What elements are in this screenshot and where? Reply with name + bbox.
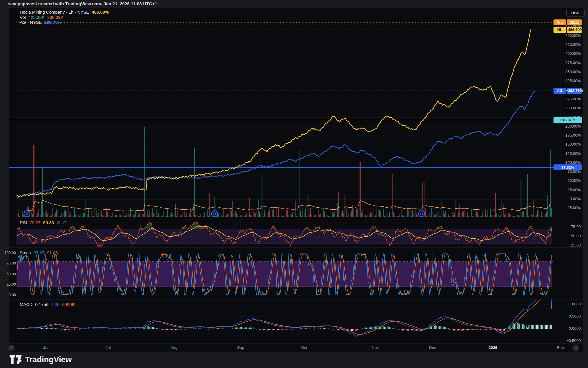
stoch-axis-label: 25.00: [1, 282, 16, 287]
volume-ma-value: 338.09K: [47, 15, 63, 20]
autoscale-button[interactable]: A: [572, 345, 579, 351]
stoch-k-value: 97.67: [33, 250, 44, 255]
rsi-ma-value: 69.30: [43, 220, 54, 225]
macd-line-value: 1.00: [51, 302, 59, 307]
macd-signal-value: 0.8290: [62, 302, 75, 307]
price-axis-label: 0.00%: [570, 197, 581, 201]
volume-value: 425.38K: [28, 15, 45, 20]
price-axis-label: 350.00%: [565, 70, 581, 74]
stoch-d-value: 91.86: [47, 250, 58, 255]
timezone-button[interactable]: Z: [8, 345, 15, 351]
time-axis-label: Feb: [557, 345, 564, 350]
rsi-null-1: ∅: [57, 220, 60, 225]
time-axis-label: Sep: [237, 345, 244, 350]
rsi-null-2: ∅: [63, 220, 67, 225]
tradingview-snapshot: savepiginvest created with TradingView.c…: [0, 0, 588, 368]
time-axis-label: Oct: [301, 345, 307, 350]
macd-axis-label: −0.5000: [567, 338, 581, 343]
stoch-legend[interactable]: Stoch 97.67 91.86: [20, 250, 58, 255]
rsi-axis-label: 75.00: [571, 224, 581, 229]
rsi-value: 79.27: [30, 220, 41, 225]
rsi-legend[interactable]: RSI 79.27 69.30 ∅ ∅: [20, 220, 67, 225]
price-axis-label: 450.00%: [565, 33, 581, 38]
price-axis-label: −25.00%: [565, 206, 581, 210]
volume-label: Vol: [20, 15, 26, 20]
macd-label: MACD: [20, 302, 32, 307]
macd-hist-value: 0.1756: [35, 302, 48, 307]
time-axis-label: Jun: [43, 345, 50, 350]
alert-badge-87: 87.52%: [553, 164, 582, 170]
price-axis-label: 250.00%: [565, 106, 581, 110]
price-axis-label: 50.00%: [567, 178, 581, 183]
compare-change: 298.76%: [44, 20, 61, 25]
symbol-legend[interactable]: Hecla Mining Company · 1h · NYSE 466.60%: [20, 10, 109, 14]
volume-legend[interactable]: Vol 425.38K 338.09K: [20, 15, 63, 20]
tradingview-logo-icon: [10, 355, 22, 364]
hl-last-badge-value: +466.60%: [567, 27, 582, 33]
tradingview-logo[interactable]: TradingView: [10, 355, 72, 364]
time-axis-label: Aug: [170, 345, 177, 350]
price-axis-label: 275.00%: [565, 97, 581, 101]
time-axis-label: Dec: [429, 345, 436, 350]
rsi-axis-label: 25.00: [571, 243, 581, 247]
stoch-label: Stoch: [20, 250, 31, 255]
rsi-label: RSI: [20, 220, 27, 225]
macd-legend[interactable]: MACD 0.1756 1.00 0.8290: [20, 302, 75, 307]
stoch-axis-label: 50.00: [1, 272, 16, 276]
price-axis-label: 25.00%: [567, 188, 581, 192]
time-axis-label: 2026: [489, 345, 497, 350]
macd-axis-label: 0.0000: [569, 326, 581, 331]
price-axis-label: 100.00%: [565, 160, 581, 165]
price-axis-label: 200.00%: [565, 124, 581, 128]
ag-last-badge-value: +298.76%: [567, 88, 582, 94]
macd-axis-label: 1.0000: [569, 302, 581, 306]
currency-button[interactable]: USD: [566, 9, 585, 17]
time-axis-label: Jul: [106, 345, 110, 350]
price-axis-label: 125.00%: [565, 151, 581, 156]
rsi-axis-label: 50.00: [571, 234, 581, 238]
price-axis-label: 425.00%: [565, 42, 581, 47]
stoch-axis-label: 75.00: [1, 261, 16, 265]
stoch-axis-label: 0.00: [1, 293, 16, 297]
hl-last-badge-label: HL: [553, 27, 566, 33]
price-axis-label: 175.00%: [565, 133, 581, 137]
price-axis-label: 325.00%: [565, 79, 581, 83]
pre-badge-label: Pre: [553, 19, 566, 25]
macd-axis-label: 0.5000: [569, 314, 581, 318]
time-axis-label: Nov: [372, 345, 379, 350]
tradingview-logo-text: TradingView: [25, 355, 72, 364]
stoch-axis-label: 100.00: [1, 251, 16, 255]
price-axis-label: 150.00%: [565, 142, 581, 146]
compare-legend[interactable]: AG · NYSE 298.76%: [20, 20, 61, 25]
ag-last-badge-label: AG: [553, 88, 566, 94]
chart-overlay-labels: Hecla Mining Company · 1h · NYSE 466.60%…: [0, 0, 588, 368]
compare-title: AG · NYSE: [20, 20, 42, 25]
pre-badge-value: 29.11: [567, 19, 582, 25]
symbol-title: Hecla Mining Company · 1h · NYSE: [20, 10, 89, 14]
alert-badge-218: 218.07%: [553, 117, 582, 123]
price-axis-label: 375.00%: [565, 61, 581, 65]
price-axis-label: 400.00%: [565, 51, 581, 56]
symbol-change: 466.60%: [92, 10, 109, 14]
